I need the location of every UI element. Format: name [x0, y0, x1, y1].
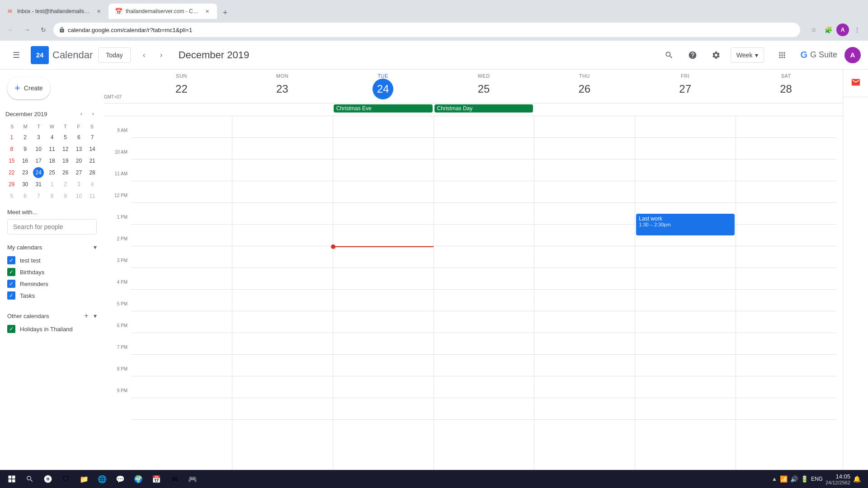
mini-day[interactable]: 16 — [20, 155, 31, 166]
mini-day[interactable]: 11 — [47, 144, 57, 155]
right-mail-icon[interactable] — [847, 73, 865, 91]
taskbar-cortana[interactable] — [40, 471, 56, 487]
taskbar-game[interactable]: 🎮 — [184, 471, 201, 487]
taskbar-explorer[interactable]: 📁 — [76, 471, 92, 487]
hamburger-menu[interactable]: ☰ — [7, 46, 25, 64]
mini-day[interactable]: 9 — [20, 144, 31, 155]
calendar-item[interactable]: ✓ Tasks — [7, 290, 97, 301]
mini-day[interactable]: 1 — [6, 132, 17, 143]
grid-col-sun[interactable] — [131, 116, 232, 488]
christmas-eve-event[interactable]: Christmas Eve — [334, 104, 433, 113]
help-button[interactable] — [684, 46, 702, 64]
extensions-icon[interactable]: 🧩 — [822, 23, 835, 36]
last-work-event[interactable]: Last work 1:30 – 2:30pm — [636, 214, 735, 235]
mini-day[interactable]: 8 — [6, 144, 17, 155]
grid-col-wed[interactable] — [434, 116, 534, 488]
mini-day[interactable]: 7 — [33, 191, 44, 202]
mini-day[interactable]: 6 — [20, 191, 31, 202]
mini-day[interactable]: 4 — [87, 179, 98, 190]
back-button[interactable]: ← — [5, 23, 17, 36]
mini-day[interactable]: 25 — [47, 167, 57, 178]
mini-day[interactable]: 7 — [87, 132, 98, 143]
tab-gmail[interactable]: ✉ Inbox - test@thailandemailserve... ✕ — [0, 4, 108, 19]
tab-gmail-close[interactable]: ✕ — [95, 8, 102, 15]
mini-day[interactable]: 19 — [60, 155, 71, 166]
taskbar-email[interactable]: ✉ — [166, 471, 183, 487]
mini-day[interactable]: 4 — [47, 132, 57, 143]
add-other-calendar-button[interactable]: + — [81, 310, 92, 321]
mini-day[interactable]: 2 — [60, 179, 71, 190]
tab-calendar[interactable]: 📅 thailandemailserver.com - Calen... ✕ — [108, 4, 217, 19]
mini-day[interactable]: 13 — [73, 144, 84, 155]
search-button[interactable] — [660, 46, 678, 64]
mini-day[interactable]: 18 — [47, 155, 57, 166]
mini-day[interactable]: 11 — [87, 191, 98, 202]
tab-calendar-close[interactable]: ✕ — [203, 8, 211, 15]
bookmark-icon[interactable]: ☆ — [807, 23, 820, 36]
app-profile-button[interactable]: A — [844, 47, 861, 63]
other-calendar-item[interactable]: ✓ Holidays in Thailand — [7, 323, 97, 335]
christmas-day-event[interactable]: Christmas Day — [434, 104, 533, 113]
grid-col-fri[interactable]: Last work 1:30 – 2:30pm — [635, 116, 736, 488]
mini-day[interactable]: 28 — [87, 167, 98, 178]
mini-day[interactable]: 21 — [87, 155, 98, 166]
view-selector[interactable]: Week ▾ — [731, 47, 764, 63]
prev-week-button[interactable]: ‹ — [136, 47, 152, 63]
mini-day[interactable]: 31 — [33, 179, 44, 190]
more-options-icon[interactable]: ⋮ — [851, 23, 863, 36]
other-calendars-header[interactable]: Other calendars + ▾ — [7, 309, 97, 323]
settings-button[interactable] — [707, 46, 725, 64]
mini-day[interactable]: 30 — [20, 179, 31, 190]
mini-cal-title[interactable]: December 2019 — [5, 111, 47, 117]
mini-day[interactable]: 10 — [73, 191, 84, 202]
mini-day[interactable]: 3 — [33, 132, 44, 143]
new-tab-button[interactable]: + — [219, 6, 231, 19]
mini-day[interactable]: 26 — [60, 167, 71, 178]
mini-day[interactable]: 24 — [33, 167, 44, 178]
taskbar-line[interactable]: 💬 — [112, 471, 128, 487]
mini-day[interactable]: 5 — [6, 191, 17, 202]
create-button[interactable]: + Create — [7, 77, 50, 99]
calendar-item[interactable]: ✓ Birthdays — [7, 266, 97, 278]
sys-tray-arrow[interactable]: ▲ — [772, 476, 777, 482]
mini-day[interactable]: 9 — [60, 191, 71, 202]
mini-day[interactable]: 27 — [73, 167, 84, 178]
mini-day[interactable]: 2 — [20, 132, 31, 143]
my-calendars-header[interactable]: My calendars ▾ — [7, 242, 97, 253]
grid-col-mon[interactable] — [232, 116, 333, 488]
start-button[interactable] — [4, 471, 20, 487]
taskbar-windows-security[interactable]: 🛡 — [58, 471, 74, 487]
mini-next-button[interactable]: › — [88, 108, 99, 119]
forward-button[interactable]: → — [21, 23, 33, 36]
taskbar-edge[interactable]: 🌐 — [94, 471, 110, 487]
taskbar-search[interactable] — [22, 471, 38, 487]
today-button[interactable]: Today — [98, 47, 130, 63]
notification-icon[interactable]: 🔔 — [853, 475, 861, 483]
mini-day[interactable]: 3 — [73, 179, 84, 190]
mini-day[interactable]: 22 — [6, 167, 17, 178]
people-search-input[interactable] — [7, 219, 97, 235]
mini-day[interactable]: 29 — [6, 179, 17, 190]
mini-day[interactable]: 15 — [6, 155, 17, 166]
mini-day[interactable]: 5 — [60, 132, 71, 143]
grid-col-sat[interactable] — [736, 116, 836, 488]
browser-profile[interactable]: A — [836, 23, 849, 36]
next-week-button[interactable]: › — [153, 47, 170, 63]
mini-day[interactable]: 8 — [47, 191, 57, 202]
mini-day[interactable]: 12 — [60, 144, 71, 155]
calendar-item[interactable]: ✓ Reminders — [7, 278, 97, 290]
mini-day[interactable]: 20 — [73, 155, 84, 166]
apps-grid-button[interactable] — [773, 46, 791, 64]
mini-day[interactable]: 6 — [73, 132, 84, 143]
mini-prev-button[interactable]: ‹ — [76, 108, 87, 119]
mini-day[interactable]: 23 — [20, 167, 31, 178]
url-bar[interactable]: calendar.google.com/calendar/r?tab=mc1&p… — [53, 23, 800, 37]
taskbar-calendar-app[interactable]: 📅 — [148, 471, 165, 487]
mini-day[interactable]: 10 — [33, 144, 44, 155]
mini-day[interactable]: 17 — [33, 155, 44, 166]
mini-day[interactable]: 1 — [47, 179, 57, 190]
mini-day[interactable]: 14 — [87, 144, 98, 155]
reload-button[interactable]: ↻ — [37, 23, 50, 36]
calendar-item[interactable]: ✓ test test — [7, 254, 97, 266]
taskbar-chrome[interactable]: 🌍 — [130, 471, 146, 487]
